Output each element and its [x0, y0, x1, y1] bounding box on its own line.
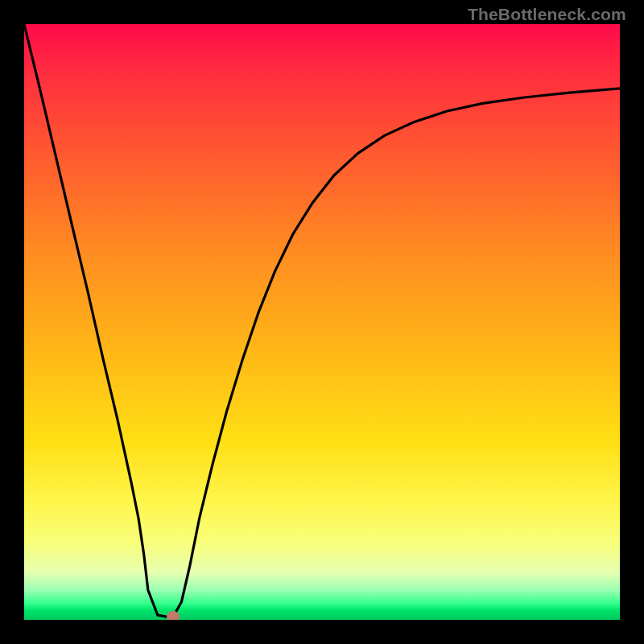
- watermark-label: TheBottleneck.com: [468, 5, 626, 24]
- curve-layer: [24, 24, 620, 620]
- plot-area: [24, 24, 620, 620]
- chart-container: TheBottleneck.com: [0, 0, 644, 644]
- bottleneck-curve: [24, 24, 620, 617]
- optimal-point-marker: [167, 611, 180, 620]
